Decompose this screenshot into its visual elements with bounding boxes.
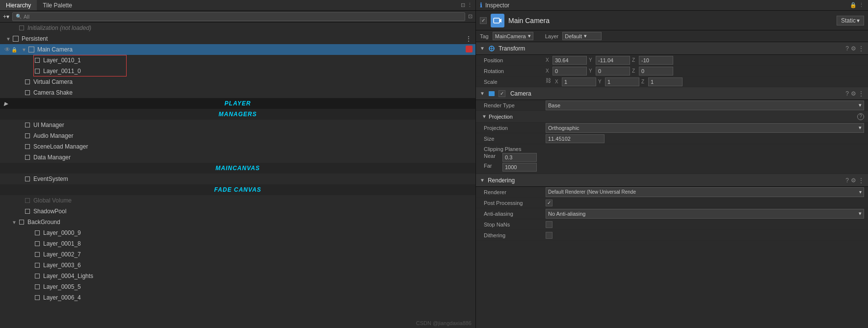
transform-settings-icon[interactable]: ⚙ — [851, 45, 856, 52]
position-z-input[interactable] — [639, 56, 673, 65]
rotation-xyz: X Y Z — [546, 67, 864, 76]
hierarchy-item-layer-0010-1[interactable]: Layer_0010_1 — [0, 55, 475, 66]
hierarchy-item-maincanvas-section[interactable]: MAINCANVAS — [0, 163, 475, 174]
persistent-more-icon[interactable]: ⋮ — [466, 35, 475, 42]
rendering-more-icon[interactable]: ⋮ — [858, 177, 864, 184]
anti-aliasing-dropdown[interactable]: No Anti-aliasing ▾ — [546, 209, 864, 219]
transform-more-icon[interactable]: ⋮ — [858, 45, 864, 52]
item-label: Persistent — [22, 35, 48, 42]
search-bar: 🔍 All — [12, 12, 465, 21]
tag-dropdown[interactable]: MainCamera ▾ — [493, 32, 533, 40]
projection-info-icon[interactable]: ? — [857, 113, 864, 120]
item-label: Layer_0002_7 — [43, 251, 81, 258]
inspector-header: ℹ Inspector 🔒 ⋮ — [476, 0, 868, 11]
hierarchy-item-global-volume[interactable]: Global Volume — [0, 195, 475, 206]
stop-nans-checkbox[interactable] — [546, 221, 552, 228]
tab-hierarchy[interactable]: Hierarchy — [0, 0, 37, 10]
tab-tile-palette[interactable]: Tile Palette — [37, 0, 78, 10]
clipping-fields: Near — [484, 153, 537, 162]
camera-more-icon[interactable]: ⋮ — [858, 90, 864, 97]
anti-aliasing-value: No Anti-aliasing — [548, 211, 585, 217]
post-processing-label: Post Processing — [484, 200, 543, 206]
projection-dropdown[interactable]: Orthographic ▾ — [546, 123, 864, 133]
scale-x-input[interactable] — [562, 77, 596, 86]
rotation-x-label: X — [546, 68, 552, 74]
static-button[interactable]: Static ▾ — [837, 16, 864, 25]
scale-x-field: X — [555, 77, 596, 86]
item-label: Initialization (not loaded) — [27, 25, 91, 31]
camera-arrow[interactable]: ▼ — [480, 91, 485, 96]
far-input[interactable] — [502, 163, 537, 172]
rotation-z-input[interactable] — [639, 67, 673, 76]
rendering-arrow[interactable]: ▼ — [480, 177, 485, 183]
scale-y-input[interactable] — [605, 77, 639, 86]
eye-icon[interactable]: 👁 — [4, 46, 11, 53]
hierarchy-item-background[interactable]: ▼ BackGround — [0, 217, 475, 227]
more-icon[interactable]: ⋮ — [467, 2, 473, 8]
hierarchy-item-shadow-pool[interactable]: ShadowPool — [0, 206, 475, 217]
hierarchy-item-layer-0002-7[interactable]: Layer_0002_7 — [0, 249, 475, 260]
camera-settings-icon[interactable]: ⚙ — [851, 90, 856, 97]
position-x-label: X — [546, 57, 552, 63]
hierarchy-item-layer-0006-4[interactable]: Layer_0006_4 — [0, 292, 475, 303]
hierarchy-item-managers-section[interactable]: MANAGERS — [0, 109, 475, 120]
item-label: Layer_0003_6 — [43, 262, 81, 269]
layer-dropdown[interactable]: Default ▾ — [562, 32, 602, 40]
scale-row: Scale ⛓ X Y Z — [476, 76, 868, 87]
tab-bar: Hierarchy Tile Palette ⊡ ⋮ — [0, 0, 475, 11]
projection-arrow[interactable]: ▼ — [482, 114, 487, 119]
render-type-dropdown[interactable]: Base ▾ — [546, 101, 864, 110]
camera-enabled-checkbox[interactable]: ✓ — [499, 90, 505, 97]
rotation-x-input[interactable] — [552, 67, 587, 76]
item-label: UI Manager — [33, 122, 64, 128]
camera-help-icon[interactable]: ? — [845, 90, 849, 97]
hierarchy-item-event-system[interactable]: EventSystem — [0, 174, 475, 184]
hierarchy-item-persistent[interactable]: ▼ Persistent ⋮ — [0, 33, 475, 44]
hierarchy-item-player-section[interactable]: ▶ PLAYER — [0, 98, 475, 109]
search-label: All — [24, 14, 29, 20]
scene-icon[interactable]: ⊡ — [468, 13, 473, 20]
hierarchy-item-fade-canvas-section[interactable]: FADE CANVAS — [0, 184, 475, 195]
size-row: Size — [476, 133, 868, 144]
hierarchy-item-layer-0011-0[interactable]: Layer_0011_0 — [0, 66, 475, 76]
inspector-more-icon[interactable]: ⋮ — [859, 2, 864, 8]
rotation-y-input[interactable] — [596, 67, 630, 76]
scale-link-icon[interactable]: ⛓ — [546, 77, 551, 86]
hierarchy-item-layer-0003-6[interactable]: Layer_0003_6 — [0, 260, 475, 271]
lock-icon[interactable]: 🔒 — [11, 46, 18, 53]
hierarchy-item-sceneload-manager[interactable]: SceneLoad Manager — [0, 141, 475, 152]
render-type-label: Render Type — [484, 102, 543, 108]
hierarchy-item-init[interactable]: Initialization (not loaded) — [0, 23, 475, 33]
inspector-lock-icon[interactable]: 🔒 — [850, 2, 857, 8]
hierarchy-item-audio-manager[interactable]: Audio Manager — [0, 130, 475, 141]
near-input[interactable] — [502, 153, 537, 162]
maximize-icon[interactable]: ⊡ — [461, 2, 465, 8]
rendering-settings-icon[interactable]: ⚙ — [851, 177, 856, 184]
transform-help-icon[interactable]: ? — [845, 45, 849, 52]
position-y-label: Y — [589, 57, 595, 63]
position-x-input[interactable] — [552, 56, 587, 65]
renderer-dropdown[interactable]: Default Renderer (New Universal Rende ▾ — [546, 187, 864, 197]
size-label: Size — [484, 136, 543, 142]
hierarchy-item-layer-0000-9[interactable]: Layer_0000_9 — [0, 227, 475, 238]
hierarchy-item-main-camera[interactable]: 👁 🔒 ▼ Main Camera — [0, 44, 475, 55]
dithering-checkbox[interactable] — [546, 232, 552, 239]
transform-arrow[interactable]: ▼ — [480, 46, 485, 51]
rendering-help-icon[interactable]: ? — [845, 177, 849, 184]
hierarchy-item-layer-0001-8[interactable]: Layer_0001_8 — [0, 238, 475, 249]
dithering-label: Dithering — [484, 232, 543, 238]
rendering-section-header: ▼ Rendering ? ⚙ ⋮ — [476, 174, 868, 187]
position-y-input[interactable] — [596, 56, 630, 65]
hierarchy-item-layer-0005-5[interactable]: Layer_0005_5 — [0, 281, 475, 292]
size-input[interactable] — [546, 134, 605, 143]
scale-z-input[interactable] — [648, 77, 683, 86]
object-active-checkbox[interactable]: ✓ — [480, 17, 487, 24]
post-processing-checkbox[interactable]: ✓ — [546, 200, 552, 206]
hierarchy-item-ui-manager[interactable]: UI Manager — [0, 120, 475, 130]
hierarchy-item-camera-shake[interactable]: Camera Shake — [0, 87, 475, 98]
add-button[interactable]: +▾ — [3, 13, 9, 20]
object-name[interactable]: Main Camera — [508, 17, 833, 25]
hierarchy-item-virtual-camera[interactable]: Virtual Camera — [0, 76, 475, 87]
hierarchy-item-layer-0004-lights[interactable]: Layer_0004_Lights — [0, 271, 475, 281]
hierarchy-item-data-manager[interactable]: Data Manager — [0, 152, 475, 163]
